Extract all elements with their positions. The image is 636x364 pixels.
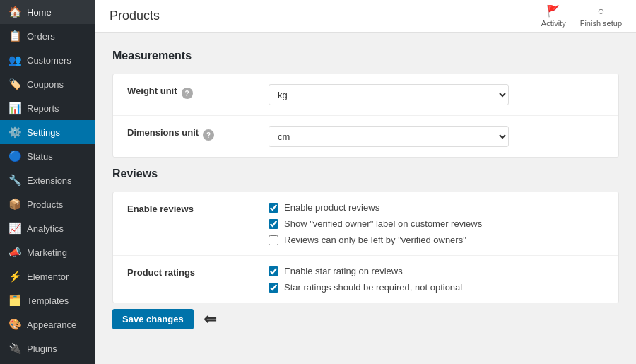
sidebar-item-templates[interactable]: 🗂️Templates: [0, 288, 95, 312]
sidebar-item-products[interactable]: 📦Products: [0, 192, 95, 216]
save-button[interactable]: Save changes: [112, 309, 194, 329]
checkbox-verified_only[interactable]: [269, 235, 278, 245]
page-title: Products: [110, 8, 541, 23]
sidebar-item-users[interactable]: 👤Users: [0, 360, 95, 364]
sidebar-item-status[interactable]: 🔵Status: [0, 144, 95, 168]
checkbox-row-star_ratings_required: Star ratings should be required, not opt…: [269, 282, 604, 293]
reviews-checkboxes: Enable product reviewsShow "verified own…: [269, 202, 604, 245]
sidebar-item-elementor[interactable]: ⚡Elementor: [0, 264, 95, 288]
extensions-icon: 🔧: [8, 174, 21, 187]
weight-help-icon[interactable]: ?: [182, 88, 193, 99]
sidebar-label-home: Home: [27, 7, 52, 18]
sidebar-label-marketing: Marketing: [27, 247, 67, 258]
sidebar-label-templates: Templates: [27, 295, 69, 306]
checkbox-row-show_verified_owner: Show "verified owner" label on customer …: [269, 218, 604, 229]
status-icon: 🔵: [8, 150, 21, 163]
label-verified_only[interactable]: Reviews can only be left by "verified ow…: [284, 235, 466, 245]
reports-icon: 📊: [8, 102, 21, 115]
measurements-card: Weight unit ? kgglbsoz Dimensions unit ?…: [112, 74, 619, 158]
sidebar-item-analytics[interactable]: 📈Analytics: [0, 216, 95, 240]
checkbox-row-verified_only: Reviews can only be left by "verified ow…: [269, 235, 604, 245]
settings-icon: ⚙️: [8, 126, 21, 139]
product-ratings-label: Product ratings: [127, 266, 269, 278]
ratings-checkboxes: Enable star rating on reviewsStar rating…: [269, 266, 604, 293]
sidebar-label-elementor: Elementor: [27, 271, 69, 282]
sidebar-label-orders: Orders: [27, 31, 55, 42]
sidebar-item-orders[interactable]: 📋Orders: [0, 24, 95, 48]
home-icon: 🏠: [8, 6, 21, 18]
sidebar-label-products: Products: [27, 199, 63, 210]
sidebar-label-extensions: Extensions: [27, 175, 72, 186]
sidebar-label-settings: Settings: [27, 127, 60, 138]
checkbox-enable_product_reviews[interactable]: [269, 203, 278, 213]
finish-setup-icon: ○: [598, 5, 605, 18]
enable-reviews-row: Enable reviews Enable product reviewsSho…: [113, 192, 618, 256]
arrow-indicator: ⇐: [204, 310, 216, 329]
weight-label: Weight unit ?: [127, 84, 269, 99]
dimensions-help-icon[interactable]: ?: [203, 129, 214, 141]
appearance-icon: 🎨: [8, 318, 21, 331]
sidebar-item-plugins[interactable]: 🔌Plugins: [0, 336, 95, 360]
measurements-title: Measurements: [112, 49, 619, 62]
main-content: Measurements Weight unit ? kgglbsoz Dime…: [95, 33, 636, 364]
elementor-icon: ⚡: [8, 270, 21, 283]
label-show_verified_owner[interactable]: Show "verified owner" label on customer …: [284, 218, 482, 229]
save-row: Save changes ⇐: [112, 306, 619, 341]
sidebar-label-plugins: Plugins: [27, 344, 57, 354]
checkbox-row-enable_star_rating: Enable star rating on reviews: [269, 266, 604, 276]
enable-reviews-label: Enable reviews: [127, 202, 269, 214]
sidebar-item-appearance[interactable]: 🎨Appearance: [0, 312, 95, 336]
label-enable_product_reviews[interactable]: Enable product reviews: [284, 202, 379, 213]
sidebar-item-extensions[interactable]: 🔧Extensions: [0, 168, 95, 192]
dimensions-label: Dimensions unit ?: [127, 126, 269, 141]
analytics-icon: 📈: [8, 222, 21, 235]
sidebar-label-coupons: Coupons: [27, 79, 64, 90]
sidebar-label-reports: Reports: [27, 103, 59, 114]
sidebar-item-marketing[interactable]: 📣Marketing: [0, 240, 95, 264]
sidebar-label-customers: Customers: [27, 55, 71, 66]
activity-button[interactable]: 🚩 Activity: [541, 4, 566, 28]
product-ratings-row: Product ratings Enable star rating on re…: [113, 256, 618, 303]
reviews-card: Enable reviews Enable product reviewsSho…: [112, 192, 619, 303]
sidebar-item-customers[interactable]: 👥Customers: [0, 48, 95, 72]
activity-icon: 🚩: [546, 4, 560, 18]
sidebar-item-coupons[interactable]: 🏷️Coupons: [0, 72, 95, 96]
checkbox-star_ratings_required[interactable]: [269, 283, 278, 293]
sidebar-label-appearance: Appearance: [27, 319, 76, 330]
weight-select[interactable]: kgglbsoz: [269, 84, 509, 105]
dimensions-row: Dimensions unit ? cmmmminyd: [113, 116, 618, 157]
checkbox-show_verified_owner[interactable]: [269, 219, 278, 229]
activity-label: Activity: [541, 19, 566, 28]
sidebar-label-status: Status: [27, 151, 53, 162]
sidebar: 🏠Home📋Orders👥Customers🏷️Coupons📊Reports⚙…: [0, 0, 95, 364]
customers-icon: 👥: [8, 54, 21, 66]
topbar-actions: 🚩 Activity ○ Finish setup: [541, 4, 622, 28]
sidebar-item-home[interactable]: 🏠Home: [0, 0, 95, 24]
sidebar-item-settings[interactable]: ⚙️Settings: [0, 120, 95, 144]
label-enable_star_rating[interactable]: Enable star rating on reviews: [284, 266, 403, 276]
plugins-icon: 🔌: [8, 342, 21, 355]
finish-setup-label: Finish setup: [580, 19, 622, 28]
dimensions-control: cmmmminyd: [269, 126, 604, 147]
checkbox-enable_star_rating[interactable]: [269, 266, 278, 276]
templates-icon: 🗂️: [8, 294, 21, 307]
products-icon: 📦: [8, 198, 21, 211]
marketing-icon: 📣: [8, 246, 21, 259]
sidebar-item-reports[interactable]: 📊Reports: [0, 96, 95, 120]
coupons-icon: 🏷️: [8, 78, 21, 90]
dimensions-select[interactable]: cmmmminyd: [269, 126, 509, 147]
finish-setup-button[interactable]: ○ Finish setup: [580, 5, 622, 28]
checkbox-row-enable_product_reviews: Enable product reviews: [269, 202, 604, 213]
weight-row: Weight unit ? kgglbsoz: [113, 74, 618, 116]
reviews-title: Reviews: [112, 168, 619, 180]
sidebar-label-analytics: Analytics: [27, 223, 64, 234]
weight-control: kgglbsoz: [269, 84, 604, 105]
label-star_ratings_required[interactable]: Star ratings should be required, not opt…: [284, 282, 462, 293]
topbar: Products 🚩 Activity ○ Finish setup: [95, 0, 636, 33]
orders-icon: 📋: [8, 30, 21, 42]
